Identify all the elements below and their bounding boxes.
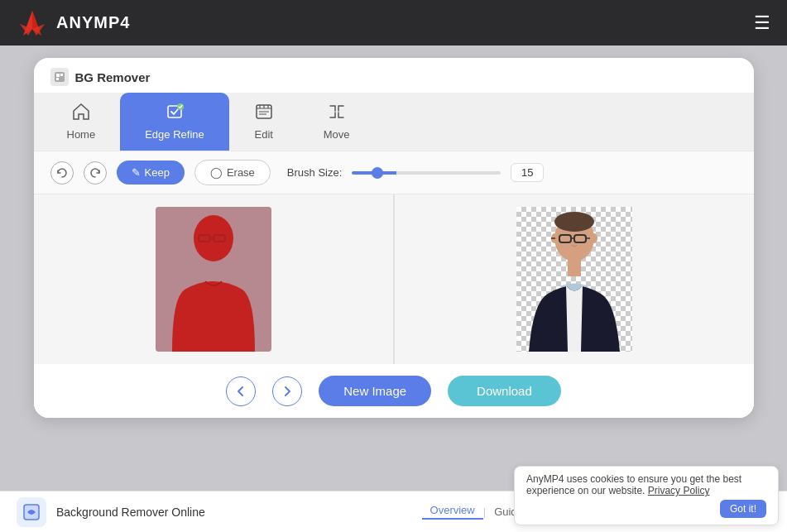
logo-area: ANYMP4 [17,7,130,39]
toolbar: ✎ Keep ◯ Erase Brush Size: 15 [34,151,754,194]
tab-home[interactable]: Home [42,93,121,151]
next-image-button[interactable] [272,376,302,406]
app-name: ANYMP4 [56,13,130,32]
card-header: BG Remover [34,58,754,93]
undo-icon [56,167,68,179]
tab-home-label: Home [67,128,96,141]
svg-rect-6 [60,74,63,76]
svg-rect-23 [156,207,271,352]
new-image-button[interactable]: New Image [319,376,431,406]
svg-rect-7 [56,78,59,80]
keep-button[interactable]: ✎ Keep [117,161,185,185]
svg-point-25 [554,212,594,232]
bg-remover-card: BG Remover Home [34,58,754,418]
next-icon [281,385,294,398]
svg-rect-33 [568,260,581,276]
tabs-row: Home Edge Refine [34,93,754,151]
brush-size-value: 15 [511,163,544,182]
tab-edit[interactable]: Edit [229,93,299,151]
image-area [34,194,754,364]
anymp4-logo-icon [17,7,48,39]
erase-button[interactable]: ◯ Erase [194,160,271,185]
keep-icon: ✎ [132,166,141,179]
source-image [156,207,271,352]
menu-icon[interactable]: ☰ [754,12,770,34]
card-header-icon [50,68,69,86]
cookie-banner: AnyMP4 uses cookies to ensure you get th… [514,466,779,525]
download-button[interactable]: Download [448,376,561,406]
action-row: New Image Download [34,364,754,418]
result-person-svg [516,207,632,352]
svg-rect-5 [56,74,60,77]
got-it-button[interactable]: Got it! [720,500,766,518]
bg-remover-icon [54,71,65,83]
brush-size-slider[interactable] [352,171,501,175]
source-person-svg [156,207,271,352]
prev-icon [234,385,247,398]
edit-icon [254,103,274,125]
redo-button[interactable] [84,161,107,185]
nav-link-overview[interactable]: Overview [422,504,483,520]
tab-edge-refine-label: Edge Refine [145,128,204,141]
undo-button[interactable] [50,161,74,185]
edge-refine-icon [165,103,185,125]
cookie-text: AnyMP4 uses cookies to ensure you get th… [526,473,766,496]
brush-size-label: Brush Size: [287,166,342,179]
bottom-bar-title: Background Remover Online [56,506,205,519]
privacy-policy-link[interactable]: Privacy Policy [648,485,710,496]
prev-image-button[interactable] [226,376,256,406]
result-image [516,207,632,352]
erase-icon: ◯ [210,166,223,179]
main-area: BG Remover Home [0,46,787,491]
tab-move-label: Move [324,128,350,141]
card-title: BG Remover [75,70,151,84]
tab-move[interactable]: Move [299,93,375,151]
source-image-panel [34,194,395,364]
svg-point-27 [591,233,597,243]
bottom-bar-icon [17,497,46,527]
result-image-panel [395,194,754,364]
move-icon [327,103,347,125]
tab-edit-label: Edit [255,128,273,141]
tab-edge-refine[interactable]: Edge Refine [120,93,229,151]
erase-label: Erase [227,166,255,179]
redo-icon [89,167,101,179]
top-navigation: ANYMP4 ☰ [0,0,787,46]
home-icon [71,103,91,125]
keep-label: Keep [145,166,170,179]
